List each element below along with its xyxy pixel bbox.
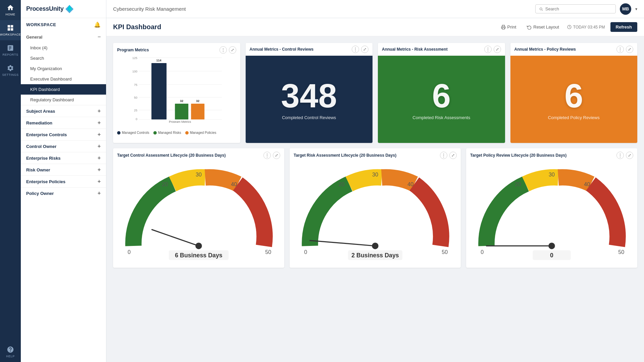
legend-managed-risks-label: Managed Risks [158, 131, 181, 135]
gauge-risk-header: Target Risk Assessment Lifecycle (20 Bus… [290, 148, 461, 161]
general-collapse-icon[interactable]: − [98, 34, 101, 40]
sidebar-item-exec-dashboard[interactable]: Executive Dashboard [21, 74, 106, 84]
sidebar-group-enterprise-controls[interactable]: Enterprise Controls + [21, 128, 106, 140]
sidebar-group-remediation[interactable]: Remediation + [21, 117, 106, 128]
dashboard-title: KPI Dashboard [113, 23, 161, 31]
annual-policy-menu-button[interactable]: ⋮ [616, 46, 624, 53]
program-metrics-menu-button[interactable]: ⋮ [219, 46, 227, 54]
refresh-button[interactable]: Refresh [610, 22, 637, 32]
gauge-policy-chart: 0 20 30 40 50 0 [470, 164, 633, 262]
sidebar-group-enterprise-policies[interactable]: Enterprise Policies + [21, 175, 106, 187]
reset-layout-button[interactable]: Reset Layout [524, 23, 562, 31]
annual-policy-reviews-actions: ⋮ ⤢ [616, 46, 633, 53]
global-search-box[interactable] [535, 4, 616, 13]
policy-owner-expand-icon[interactable]: + [98, 190, 101, 196]
svg-text:Program Metrics: Program Metrics [169, 120, 191, 123]
sidebar-group-subject-areas[interactable]: Subject Areas + [21, 105, 106, 117]
svg-text:125: 125 [132, 56, 137, 60]
gauge-risk-menu-button[interactable]: ⋮ [440, 152, 447, 159]
app-name: ProcessUnity [26, 5, 63, 12]
svg-line-38 [310, 241, 375, 246]
gauge-control-menu-button[interactable]: ⋮ [263, 152, 271, 159]
svg-text:0: 0 [550, 252, 553, 259]
nav-home[interactable]: HOME [0, 0, 21, 20]
legend-managed-risks-dot [153, 131, 157, 135]
enterprise-risks-expand-icon[interactable]: + [98, 155, 101, 161]
svg-text:40: 40 [584, 181, 590, 187]
gauge-risk-card: Target Risk Assessment Lifecycle (20 Bus… [290, 148, 461, 268]
nav-help[interactable]: HELP [0, 342, 21, 362]
svg-text:20: 20 [162, 181, 168, 187]
dashboard-header: KPI Dashboard Print Reset Layout TODAY 0… [106, 18, 644, 36]
sidebar-item-kpi-dashboard[interactable]: KPI Dashboard [21, 84, 106, 95]
risk-owner-expand-icon[interactable]: + [98, 167, 101, 173]
gauge-control-expand-button[interactable]: ⤢ [273, 152, 280, 159]
program-metrics-body: 125 100 75 50 25 0 [113, 56, 240, 139]
annual-control-reviews-card: Annual Metrics - Control Reviews ⋮ ⤢ 348… [246, 43, 373, 143]
program-metrics-header: Program Metrics ⋮ ⤢ [113, 43, 240, 56]
sidebar-group-policy-owner[interactable]: Policy Owner + [21, 187, 106, 199]
user-avatar[interactable]: MB [620, 3, 631, 15]
top-bar-right: MB ▾ [535, 3, 637, 15]
nav-settings-label: SETTINGS [2, 73, 18, 76]
sidebar: ProcessUnity WORKSPACE 🔔 General − Inbox… [21, 0, 106, 362]
annual-risk-menu-button[interactable]: ⋮ [484, 46, 492, 53]
nav-reports[interactable]: REPORTS [0, 40, 21, 60]
search-input[interactable] [545, 6, 612, 11]
sidebar-item-search[interactable]: Search [21, 53, 106, 63]
sidebar-group-enterprise-risks[interactable]: Enterprise Risks + [21, 152, 106, 164]
annual-policy-reviews-card: Annual Metrics - Policy Reviews ⋮ ⤢ 6 Co… [510, 43, 638, 143]
svg-text:0: 0 [304, 249, 307, 255]
user-menu-chevron-icon[interactable]: ▾ [635, 7, 637, 11]
nav-settings[interactable]: SETTINGS [0, 60, 21, 81]
svg-rect-3 [502, 28, 504, 29]
svg-text:20: 20 [339, 181, 345, 187]
gauge-risk-expand-button[interactable]: ⤢ [449, 152, 457, 159]
remediation-expand-icon[interactable]: + [98, 120, 101, 126]
program-metrics-expand-button[interactable]: ⤢ [229, 46, 236, 54]
nav-workspace[interactable]: WORKSPACE [0, 20, 21, 40]
gauge-policy-expand-button[interactable]: ⤢ [626, 152, 633, 159]
nav-help-label: HELP [6, 355, 15, 358]
gauge-policy-card: Target Policy Review Lifecycle (20 Busin… [466, 148, 637, 268]
control-owner-expand-icon[interactable]: + [98, 143, 101, 149]
annual-policy-reviews-title: Annual Metrics - Policy Reviews [514, 47, 576, 52]
svg-text:32: 32 [180, 99, 183, 103]
gauge-policy-actions: ⋮ ⤢ [616, 152, 633, 159]
svg-text:0: 0 [136, 117, 137, 121]
gauge-policy-title: Target Policy Review Lifecycle (20 Busin… [470, 153, 566, 158]
print-button[interactable]: Print [498, 23, 519, 31]
sidebar-group-control-owner[interactable]: Control Owner + [21, 140, 106, 152]
sidebar-item-inbox[interactable]: Inbox (4) [21, 43, 106, 53]
workspace-header: WORKSPACE 🔔 [21, 18, 106, 31]
subject-areas-expand-icon[interactable]: + [98, 108, 101, 114]
annual-policy-expand-button[interactable]: ⤢ [626, 46, 633, 53]
gauge-risk-title: Target Risk Assessment Lifecycle (20 Bus… [294, 153, 396, 158]
app-module-title: Cybersecurity Risk Management [113, 6, 186, 12]
print-label: Print [507, 24, 516, 30]
annual-control-reviews-sublabel: Completed Control Reviews [282, 115, 336, 120]
annual-risk-assessment-value: 6 [432, 79, 451, 112]
enterprise-policies-expand-icon[interactable]: + [98, 178, 101, 185]
annual-risk-expand-button[interactable]: ⤢ [494, 46, 501, 53]
annual-control-expand-button[interactable]: ⤢ [361, 46, 368, 53]
svg-text:30: 30 [196, 171, 202, 177]
legend-managed-controls-dot [117, 131, 120, 135]
sidebar-group-risk-owner[interactable]: Risk Owner + [21, 164, 106, 175]
gauge-risk-chart: 0 20 30 40 50 2 Business Days [294, 164, 457, 262]
gauge-policy-menu-button[interactable]: ⋮ [616, 152, 624, 159]
enterprise-controls-expand-icon[interactable]: + [98, 132, 101, 138]
gauge-control-header: Target Control Assessment Lifecycle (20 … [113, 148, 284, 161]
workspace-bell-icon[interactable]: 🔔 [94, 21, 101, 28]
svg-point-30 [195, 243, 202, 249]
annual-control-reviews-title: Annual Metrics - Control Reviews [250, 47, 314, 52]
legend-managed-policies: Managed Policies [185, 131, 216, 135]
general-header[interactable]: General − [21, 31, 106, 43]
sidebar-item-my-org[interactable]: My Organization [21, 63, 106, 74]
svg-rect-17 [151, 63, 166, 119]
annual-control-menu-button[interactable]: ⋮ [352, 46, 359, 53]
svg-text:40: 40 [231, 181, 237, 187]
annual-risk-assessment-actions: ⋮ ⤢ [484, 46, 501, 53]
sidebar-item-regulatory-dashboard[interactable]: Regulatory Dashboard [21, 95, 106, 105]
legend-managed-controls: Managed Controls [117, 131, 149, 135]
